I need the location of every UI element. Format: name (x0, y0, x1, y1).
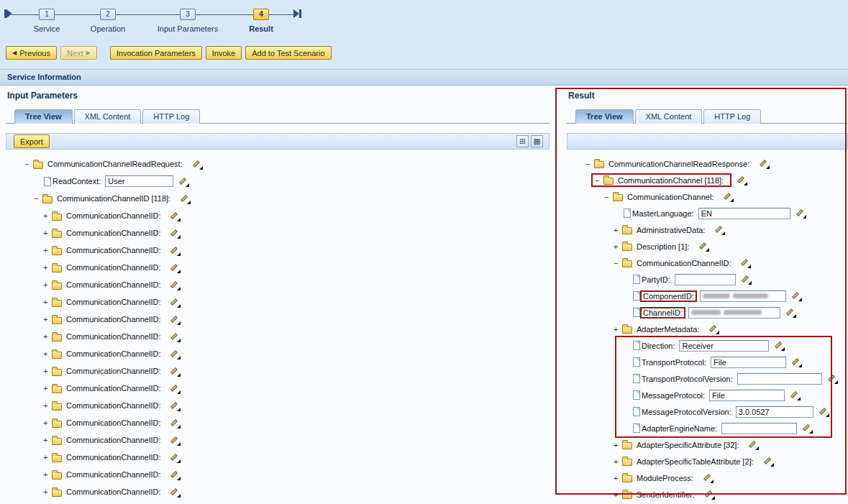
roadmap-step-2[interactable]: 2 (100, 9, 116, 20)
expand-icon[interactable]: + (43, 280, 52, 289)
tab-tree-view[interactable]: Tree View (575, 109, 634, 124)
edit-icon[interactable] (178, 176, 189, 187)
edit-icon[interactable] (169, 452, 181, 463)
expand-icon[interactable]: + (43, 453, 52, 462)
expand-icon[interactable]: + (614, 474, 622, 482)
edit-icon[interactable] (790, 357, 802, 367)
edit-icon[interactable] (801, 423, 813, 434)
tab-tree-view[interactable]: Tree View (14, 109, 73, 124)
expand-icon[interactable]: + (43, 246, 52, 255)
tab-xml-content[interactable]: XML Content (635, 109, 703, 124)
tab-http-log[interactable]: HTTP Log (142, 109, 200, 124)
expand-icon[interactable]: + (614, 457, 622, 466)
value-input-redacted[interactable] (688, 307, 780, 319)
expand-icon[interactable]: + (43, 401, 52, 410)
edit-icon[interactable] (713, 224, 725, 235)
value-input[interactable] (711, 357, 786, 368)
edit-icon[interactable] (169, 314, 181, 325)
edit-icon[interactable] (702, 472, 713, 483)
collapse-icon[interactable]: − (604, 193, 613, 201)
expand-icon[interactable]: + (614, 325, 622, 334)
expand-icon[interactable]: + (43, 367, 52, 375)
edit-icon[interactable] (795, 208, 806, 219)
edit-icon[interactable] (818, 406, 829, 417)
edit-icon[interactable] (169, 400, 181, 411)
edit-icon[interactable] (773, 340, 785, 351)
expand-icon[interactable]: + (43, 298, 52, 306)
edit-icon[interactable] (703, 489, 715, 500)
edit-icon[interactable] (169, 280, 181, 290)
edit-icon[interactable] (169, 211, 181, 221)
edit-icon[interactable] (790, 290, 802, 301)
edit-icon[interactable] (739, 257, 751, 268)
expand-icon[interactable]: + (43, 470, 52, 479)
value-input[interactable] (105, 175, 173, 187)
expand-icon[interactable]: + (43, 332, 52, 341)
edit-icon[interactable] (722, 191, 734, 202)
expand-icon[interactable]: + (43, 384, 52, 393)
export-button[interactable]: Export (14, 134, 50, 148)
value-input-redacted[interactable] (700, 290, 786, 302)
edit-icon[interactable] (785, 307, 796, 318)
expand-icon[interactable]: + (614, 226, 622, 234)
expand-icon[interactable]: + (43, 349, 52, 358)
edit-icon[interactable] (169, 262, 181, 273)
expand-icon[interactable]: + (614, 490, 622, 499)
expand-icon[interactable]: + (43, 315, 52, 324)
invocation-parameters-button[interactable]: Invocation Parameters (110, 46, 202, 60)
roadmap-step-3[interactable]: 3 (180, 9, 196, 20)
edit-icon[interactable] (762, 456, 774, 467)
roadmap-step-1[interactable]: 1 (39, 9, 55, 20)
edit-icon[interactable] (169, 383, 181, 394)
edit-icon[interactable] (169, 366, 181, 377)
personalize-icon[interactable]: ▦ (531, 135, 543, 147)
collapse-icon[interactable]: − (585, 160, 594, 168)
edit-icon[interactable] (708, 324, 719, 334)
edit-icon[interactable] (169, 331, 181, 342)
value-input[interactable] (709, 390, 785, 401)
edit-icon[interactable] (169, 228, 181, 239)
edit-icon[interactable] (169, 297, 181, 308)
value-input[interactable] (675, 274, 736, 285)
expand-icon[interactable]: + (43, 263, 52, 272)
edit-icon[interactable] (789, 390, 801, 400)
invoke-button[interactable]: Invoke (206, 46, 242, 60)
next-button[interactable]: Next▶ (60, 46, 97, 60)
edit-icon[interactable] (826, 373, 838, 384)
edit-icon[interactable] (169, 418, 181, 429)
collapse-icon[interactable]: − (614, 259, 622, 267)
value-input[interactable] (698, 208, 790, 219)
roadmap-step-4[interactable]: 4 (253, 9, 269, 20)
expand-icon[interactable]: + (43, 229, 52, 237)
edit-icon[interactable] (191, 159, 203, 170)
collapse-icon[interactable]: − (34, 194, 42, 203)
edit-icon[interactable] (747, 439, 759, 450)
expand-icon[interactable]: + (614, 242, 622, 251)
tab-http-log[interactable]: HTTP Log (703, 109, 761, 124)
edit-icon[interactable] (169, 245, 181, 256)
edit-icon[interactable] (758, 158, 770, 169)
previous-button[interactable]: ◀Previous (6, 46, 57, 60)
edit-icon[interactable] (698, 241, 709, 252)
expand-all-icon[interactable]: ⊞ (516, 135, 529, 147)
expand-icon[interactable]: + (43, 211, 52, 220)
edit-icon[interactable] (736, 175, 747, 185)
edit-icon[interactable] (169, 469, 181, 480)
value-input[interactable] (679, 340, 769, 352)
edit-icon[interactable] (169, 349, 181, 359)
expand-icon[interactable]: + (43, 436, 52, 444)
value-input[interactable] (737, 373, 822, 385)
expand-icon[interactable]: + (43, 418, 52, 427)
expand-icon[interactable]: + (43, 487, 52, 496)
tab-xml-content[interactable]: XML Content (74, 109, 142, 124)
expand-icon[interactable]: + (614, 441, 622, 449)
edit-icon[interactable] (740, 274, 752, 285)
add-to-test-scenario-button[interactable]: Add to Test Scenario (245, 46, 331, 60)
edit-icon[interactable] (169, 487, 181, 498)
value-input[interactable] (721, 423, 797, 434)
edit-icon[interactable] (179, 193, 191, 204)
value-input[interactable] (736, 406, 813, 418)
collapse-icon[interactable]: − (24, 160, 33, 168)
edit-icon[interactable] (169, 435, 181, 446)
collapse-icon[interactable]: − (595, 176, 603, 185)
